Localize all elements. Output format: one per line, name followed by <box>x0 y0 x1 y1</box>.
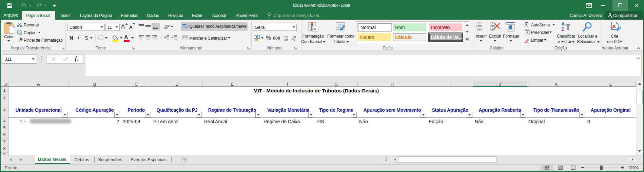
svg-text:A: A <box>561 21 565 27</box>
svg-text:,00: ,00 <box>284 38 288 41</box>
svg-text:≠: ≠ <box>314 26 316 31</box>
svg-text:Z: Z <box>561 26 564 32</box>
svg-text:0: 0 <box>293 38 295 41</box>
